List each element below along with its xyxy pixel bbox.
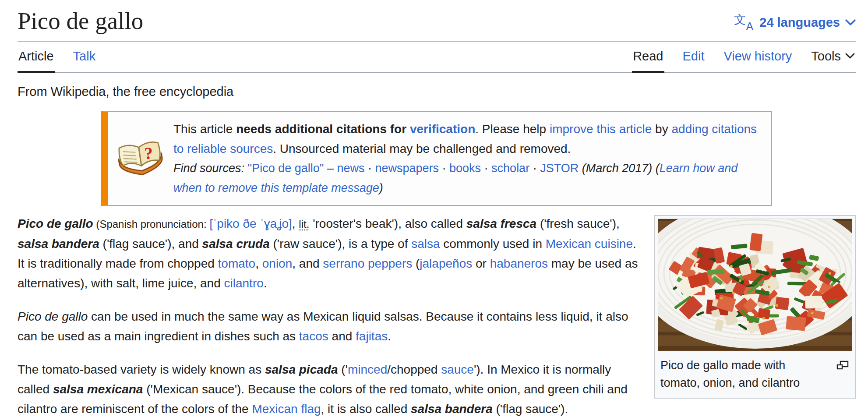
tab-label: View history [723, 49, 792, 64]
pico-de-gallo-photo[interactable] [658, 219, 852, 351]
text-segment: ( [93, 218, 100, 230]
text-segment: ( [412, 257, 420, 270]
text-segment [579, 162, 582, 175]
tab-edit[interactable]: Edit [682, 42, 706, 73]
link-mexican-cuisine[interactable]: Mexican cuisine [546, 237, 633, 251]
link-books[interactable]: books [449, 162, 481, 175]
text-segment: – [324, 162, 337, 175]
banner-text: This article needs additional citations … [173, 119, 761, 198]
text-segment: commonly used in [440, 237, 546, 251]
tab-label: Tools [811, 49, 841, 64]
text-segment: . Unsourced material may be challenged a… [273, 142, 571, 155]
tab-label: Edit [683, 49, 705, 64]
link-scholar[interactable]: scholar [491, 162, 529, 175]
article-header: Pico de gallo 文 A 24 languages [18, 0, 856, 42]
link-jalape-os[interactable]: jalapeños [420, 257, 472, 270]
text-segment: . [388, 329, 391, 343]
text-segment: and [328, 329, 356, 343]
link-fajitas[interactable]: fajitas [356, 329, 388, 343]
link-jstor[interactable]: JSTOR [540, 162, 579, 175]
text-segment: , and [292, 257, 323, 270]
link-onion[interactable]: onion [262, 257, 293, 270]
link-news[interactable]: news [337, 162, 364, 175]
text-segment: salsa mexicana [53, 382, 143, 396]
enlarge-icon[interactable] [836, 357, 849, 375]
text-segment: · [364, 162, 375, 175]
link-serrano-peppers[interactable]: serrano peppers [323, 257, 412, 270]
link-pico-de-gallo[interactable]: "Pico de gallo" [248, 162, 324, 175]
link-cilantro[interactable]: cilantro [224, 276, 264, 290]
link-piko-e-a-o[interactable]: [ˈpiko ðe ˈɣaʝo] [209, 217, 292, 230]
link-newspapers[interactable]: newspapers [375, 162, 439, 175]
text-segment: lit. [299, 218, 309, 230]
text-segment: Spanish pronunciation: [99, 218, 209, 230]
text-segment: ( [652, 162, 660, 175]
link-habaneros[interactable]: habaneros [490, 257, 548, 270]
tab-tools[interactable]: Tools [810, 42, 856, 73]
text-segment: Find sources: [173, 162, 244, 175]
tab-view-history[interactable]: View history [723, 42, 793, 73]
languages-button[interactable]: 文 A 24 languages [734, 14, 856, 31]
text-segment: (March 2017) [582, 162, 653, 175]
banner-main-message: This article needs additional citations … [173, 119, 761, 159]
text-segment [244, 162, 248, 175]
link-tomato[interactable]: tomato [218, 257, 256, 270]
text-segment: 'rooster's beak'), also called [309, 217, 466, 230]
link-improve-this-article[interactable]: improve this article [550, 122, 652, 136]
text-segment: · [529, 162, 540, 175]
tab-label: Read [633, 49, 663, 64]
text-segment: This article [173, 122, 236, 136]
text-segment: . [264, 276, 267, 290]
tabs-left: ArticleTalk [18, 42, 96, 72]
article-body: Pico de gallo made with tomato, onion, a… [18, 214, 856, 417]
text-segment: ('flag sauce'). [493, 402, 568, 416]
text-segment: /chopped [387, 363, 441, 376]
text-segment: Pico de gallo [18, 217, 93, 230]
text-segment: salsa cruda [202, 237, 270, 251]
text-segment: salsa picada [265, 363, 338, 376]
citation-needed-banner: ? This article needs additional citation… [101, 111, 772, 206]
article-thumbnail-figure: Pico de gallo made with tomato, onion, a… [654, 215, 856, 399]
text-segment: · [481, 162, 491, 175]
text-segment: , it is also called [321, 402, 411, 416]
text-segment: ) [379, 181, 383, 194]
wikipedia-article-page: Pico de gallo 文 A 24 languages ArticleTa… [0, 0, 868, 417]
text-segment: Pico de gallo [18, 310, 88, 323]
text-segment: ('flag sauce'), and [99, 237, 202, 251]
text-segment: or [472, 257, 490, 270]
text-segment: salsa fresca [466, 217, 536, 230]
text-segment: , [255, 257, 262, 270]
chevron-down-icon [845, 53, 855, 59]
text-segment: ('raw sauce'), is a type of [270, 237, 411, 251]
figure-caption: Pico de gallo made with tomato, onion, a… [658, 351, 852, 395]
text-segment: (' [338, 363, 347, 376]
tab-label: Article [18, 49, 54, 64]
text-segment: by [652, 122, 671, 136]
languages-label: 24 languages [759, 15, 840, 30]
tab-read[interactable]: Read [632, 42, 664, 73]
text-segment [406, 122, 410, 136]
open-book-question-icon: ? [108, 119, 173, 198]
link-mexican-flag[interactable]: Mexican flag [252, 402, 321, 416]
tab-label: Talk [73, 49, 96, 64]
text-segment: , [292, 217, 299, 230]
text-segment: ('fresh sauce'), [536, 217, 620, 230]
text-segment: salsa bandera [18, 237, 99, 251]
chevron-down-icon [845, 19, 856, 26]
text-segment: . Please help [475, 122, 550, 136]
text-segment: needs additional citations for [236, 122, 406, 136]
language-icon: 文 A [734, 14, 754, 31]
link-verification[interactable]: verification [410, 122, 475, 136]
page-title: Pico de gallo [18, 6, 143, 36]
article-tabbar: ArticleTalk ReadEditView historyTools [18, 42, 856, 73]
tab-talk[interactable]: Talk [72, 42, 97, 73]
banner-find-sources: Find sources: "Pico de gallo" – news · n… [173, 159, 761, 198]
link-tacos[interactable]: tacos [299, 329, 328, 343]
text-segment: salsa bandera [411, 402, 493, 416]
link-salsa[interactable]: salsa [411, 237, 440, 251]
link-minced[interactable]: minced [348, 363, 387, 376]
link-sauce[interactable]: sauce [441, 363, 474, 376]
tab-article[interactable]: Article [18, 42, 55, 73]
site-subtitle: From Wikipedia, the free encyclopedia [18, 85, 856, 99]
svg-text:?: ? [144, 144, 153, 163]
